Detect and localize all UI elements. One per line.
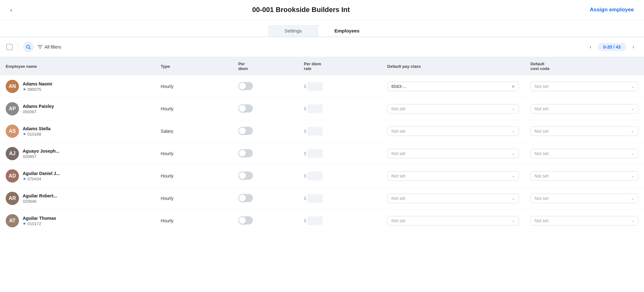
employee-type-cell: Hourly [155,187,233,210]
employee-id: 080075 [27,87,41,92]
cost-code-cell: Not set ⌄ [525,210,644,232]
toggle-knob [239,150,246,157]
toolbar-left: All filters [6,42,61,52]
per-diem-cell [233,75,298,98]
pay-class-dropdown[interactable]: Not set ⌄ [387,171,519,181]
per-diem-toggle[interactable] [238,194,253,202]
table-row: AJ Aguayo Joseph... 020807 Hourly $ [0,143,644,165]
employee-id: 050097 [23,109,36,114]
per-diem-cell [233,98,298,120]
avatar: AS [6,125,19,138]
per-diem-cell [233,165,298,187]
table-row: AP Adams Paisley 050097 Hourly $ [0,98,644,120]
col-header-rate: Per diemrate [298,57,381,75]
per-diem-cell [233,210,298,232]
clear-pay-class[interactable]: ✕ [511,84,515,89]
per-diem-cell [233,187,298,210]
pay-class-dropdown[interactable]: Not set ⌄ [387,216,519,225]
cost-code-dropdown[interactable]: Not set ⌄ [530,216,638,225]
chevron-down-icon: ⌄ [631,196,634,201]
pagination-info: 0-20 / 43 [598,43,626,51]
tab-settings[interactable]: Settings [268,25,318,37]
cost-code-cell: Not set ⌄ [525,75,644,98]
table-header-row: Employee name Type Perdiem Per diemrate … [0,57,644,75]
star-icon: ★ [23,221,26,226]
col-header-perdiem: Perdiem [233,57,298,75]
rate-value[interactable] [307,127,323,136]
employee-name-cell: AD Aguilar Daniel J... ★ 070434 [0,165,155,187]
toolbar: All filters ‹ 0-20 / 43 › [0,37,644,57]
toggle-knob [239,83,246,90]
pay-class-cell: Not set ⌄ [382,210,525,232]
per-diem-toggle[interactable] [238,216,253,225]
chevron-down-icon: ⌄ [512,196,515,201]
page-title: 00-001 Brookside Builders Int [252,6,350,14]
pay-class-dropdown[interactable]: Not set ⌄ [387,126,519,136]
col-header-payclass: Default pay class [382,57,525,75]
per-diem-rate-cell: $ [298,210,381,232]
pay-class-dropdown[interactable]: 6043-... ✕ [387,82,519,91]
employee-name-cell: AS Adams Stella ★ 010168 [0,120,155,143]
rate-value[interactable] [307,149,323,158]
rate-value[interactable] [307,82,323,91]
employee-type-cell: Hourly [155,165,233,187]
avatar: AJ [6,147,19,160]
cost-code-cell: Not set ⌄ [525,143,644,165]
employee-name: Aguilar Robert... [23,193,57,198]
pay-class-cell: Not set ⌄ [382,120,525,143]
star-icon: ★ [23,177,26,181]
tab-employees[interactable]: Employees [318,25,376,37]
search-button[interactable] [23,42,34,52]
employee-id: 010168 [27,132,41,137]
cost-code-dropdown[interactable]: Not set ⌄ [530,82,638,91]
prev-page-button[interactable]: ‹ [586,43,595,51]
all-filters-button[interactable]: All filters [38,44,61,50]
per-diem-toggle[interactable] [238,172,253,180]
employee-name-cell: AP Adams Paisley 050097 [0,98,155,120]
pay-class-dropdown[interactable]: Not set ⌄ [387,149,519,158]
chevron-down-icon: ⌄ [512,129,515,133]
per-diem-toggle[interactable] [238,82,253,90]
chevron-down-icon: ⌄ [512,174,515,178]
select-all-checkbox[interactable] [6,44,13,50]
assign-employee-button[interactable]: Assign employee [590,7,634,13]
chevron-down-icon: ⌄ [631,129,634,133]
toggle-knob [239,127,246,134]
employee-name: Aguayo Joseph... [23,149,59,154]
per-diem-rate-cell: $ [298,187,381,210]
employee-type-cell: Salary [155,120,233,143]
cost-code-dropdown[interactable]: Not set ⌄ [530,149,638,158]
cost-code-dropdown[interactable]: Not set ⌄ [530,126,638,136]
per-diem-rate-cell: $ [298,120,381,143]
per-diem-rate-cell: $ [298,165,381,187]
pay-class-dropdown[interactable]: Not set ⌄ [387,194,519,203]
per-diem-toggle[interactable] [238,104,253,113]
employee-name: Aguilar Daniel J... [23,171,60,176]
cost-code-cell: Not set ⌄ [525,165,644,187]
filter-label: All filters [45,44,61,50]
employee-type-cell: Hourly [155,98,233,120]
star-icon: ★ [23,87,26,91]
chevron-down-icon: ⌄ [512,107,515,111]
cost-code-dropdown[interactable]: Not set ⌄ [530,194,638,203]
cost-code-dropdown[interactable]: Not set ⌄ [530,171,638,181]
rate-value[interactable] [307,172,323,180]
per-diem-toggle[interactable] [238,127,253,135]
cost-code-cell: Not set ⌄ [525,98,644,120]
rate-value[interactable] [307,216,323,225]
table-row: AD Aguilar Daniel J... ★ 070434 Hourly $ [0,165,644,187]
dollar-sign: $ [304,196,306,201]
pay-class-cell: 6043-... ✕ [382,75,525,98]
per-diem-cell [233,120,298,143]
pay-class-dropdown[interactable]: Not set ⌄ [387,104,519,114]
next-page-button[interactable]: › [629,43,638,51]
avatar: AN [6,80,19,93]
back-button[interactable]: ‹ [10,6,12,14]
cost-code-dropdown[interactable]: Not set ⌄ [530,104,638,114]
pay-class-cell: Not set ⌄ [382,187,525,210]
rate-value[interactable] [307,194,323,203]
chevron-down-icon: ⌄ [512,219,515,223]
rate-value[interactable] [307,104,323,113]
per-diem-toggle[interactable] [238,149,253,157]
employee-name-cell: AR Aguilar Robert... 020646 [0,187,155,210]
